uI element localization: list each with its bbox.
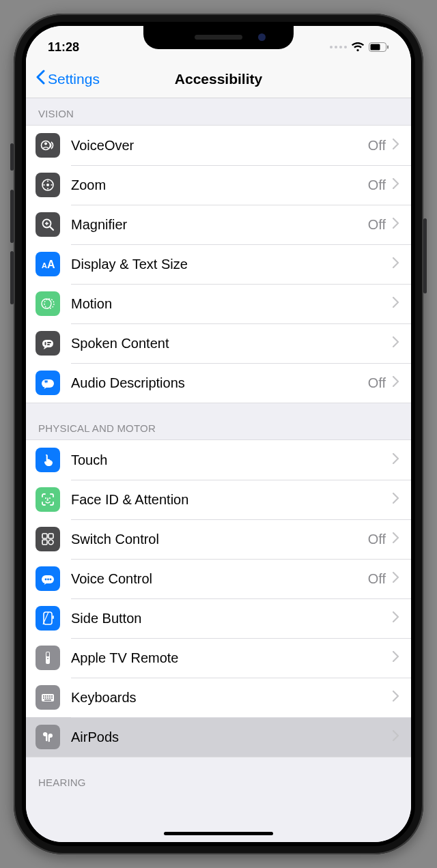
voicectrl-icon <box>36 566 60 591</box>
sidebutton-icon <box>36 606 60 631</box>
settings-row-audio-desc[interactable]: Audio DescriptionsOff <box>26 363 411 403</box>
row-detail: Off <box>368 375 386 391</box>
settings-row-motion[interactable]: Motion <box>26 284 411 323</box>
row-detail: Off <box>368 138 386 154</box>
back-button[interactable]: Settings <box>31 67 104 91</box>
home-indicator[interactable] <box>164 832 273 835</box>
switch-icon <box>36 527 60 551</box>
row-label: AirPods <box>71 729 393 745</box>
chevron-right-icon <box>393 493 399 506</box>
row-detail: Off <box>368 571 386 587</box>
mute-switch[interactable] <box>10 143 14 171</box>
row-label: Motion <box>71 296 393 312</box>
volume-down-button[interactable] <box>10 251 14 304</box>
settings-row-voice-control[interactable]: Voice ControlOff <box>26 559 411 598</box>
vision-list: VoiceOverOffZoomOffMagnifierOffDisplay &… <box>26 125 411 403</box>
row-label: Zoom <box>71 177 368 193</box>
spoken-icon <box>36 331 60 356</box>
touch-icon <box>36 448 60 472</box>
chevron-right-icon <box>393 336 399 350</box>
settings-row-zoom[interactable]: ZoomOff <box>26 165 411 205</box>
row-detail: Off <box>368 177 386 193</box>
chevron-right-icon <box>393 139 399 152</box>
row-label: Display & Text Size <box>71 257 393 272</box>
row-detail: Off <box>368 217 386 233</box>
chevron-right-icon <box>393 376 399 390</box>
settings-row-voiceover[interactable]: VoiceOverOff <box>26 126 411 165</box>
row-label: Side Button <box>71 611 393 626</box>
zoom-icon <box>36 173 60 197</box>
airpods-icon <box>36 725 60 749</box>
chevron-right-icon <box>393 453 399 467</box>
status-time: 11:28 <box>48 40 79 55</box>
battery-icon <box>369 42 389 52</box>
phone-frame: 11:28 Settings <box>14 14 423 854</box>
settings-row-spoken-content[interactable]: Spoken Content <box>26 323 411 363</box>
svg-rect-1 <box>371 44 380 50</box>
chevron-right-icon <box>393 218 399 231</box>
chevron-right-icon <box>393 257 399 271</box>
settings-row-display-text-size[interactable]: Display & Text Size <box>26 244 411 284</box>
row-label: Spoken Content <box>71 336 393 351</box>
settings-row-appletv-remote[interactable]: Apple TV Remote <box>26 638 411 678</box>
row-label: Audio Descriptions <box>71 375 368 391</box>
row-label: Voice Control <box>71 571 368 587</box>
faceid-icon <box>36 487 60 512</box>
magnifier-icon <box>36 212 60 237</box>
cellular-dots-icon <box>330 46 347 48</box>
motion-icon <box>36 291 60 316</box>
atvremote-icon <box>36 646 60 670</box>
row-detail: Off <box>368 532 386 547</box>
settings-row-magnifier[interactable]: MagnifierOff <box>26 205 411 244</box>
settings-content[interactable]: Vision VoiceOverOffZoomOffMagnifierOffDi… <box>26 98 411 842</box>
section-header-hearing: Hearing <box>26 757 411 794</box>
row-label: VoiceOver <box>71 138 368 154</box>
chevron-right-icon <box>393 691 399 704</box>
settings-row-touch[interactable]: Touch <box>26 440 411 480</box>
row-label: Apple TV Remote <box>71 650 393 666</box>
nav-bar: Settings Accessibility <box>26 60 411 98</box>
settings-row-switch-control[interactable]: Switch ControlOff <box>26 519 411 559</box>
svg-rect-2 <box>387 46 389 49</box>
audiodesc-icon <box>36 371 60 395</box>
power-button[interactable] <box>423 218 427 293</box>
settings-row-airpods[interactable]: AirPods <box>26 717 411 757</box>
wifi-icon <box>351 42 365 53</box>
section-header-vision: Vision <box>26 98 411 125</box>
keyboard-icon <box>36 685 60 710</box>
phone-notch <box>143 26 294 49</box>
physical-list: TouchFace ID & AttentionSwitch ControlOf… <box>26 439 411 757</box>
section-header-physical: Physical and Motor <box>26 403 411 439</box>
chevron-right-icon <box>393 532 399 546</box>
row-label: Face ID & Attention <box>71 492 393 508</box>
settings-row-side-button[interactable]: Side Button <box>26 598 411 638</box>
chevron-right-icon <box>393 730 399 744</box>
chevron-right-icon <box>393 297 399 310</box>
chevron-right-icon <box>393 651 399 665</box>
chevron-right-icon <box>393 178 399 192</box>
back-label: Settings <box>48 71 100 87</box>
volume-up-button[interactable] <box>10 190 14 243</box>
row-label: Switch Control <box>71 532 368 547</box>
voiceover-icon <box>36 133 60 158</box>
settings-row-keyboards[interactable]: Keyboards <box>26 678 411 717</box>
chevron-left-icon <box>36 70 45 88</box>
chevron-right-icon <box>393 611 399 625</box>
textsize-icon <box>36 252 60 276</box>
row-label: Magnifier <box>71 217 368 233</box>
row-label: Touch <box>71 452 393 468</box>
chevron-right-icon <box>393 572 399 585</box>
row-label: Keyboards <box>71 690 393 706</box>
settings-row-faceid[interactable]: Face ID & Attention <box>26 480 411 519</box>
